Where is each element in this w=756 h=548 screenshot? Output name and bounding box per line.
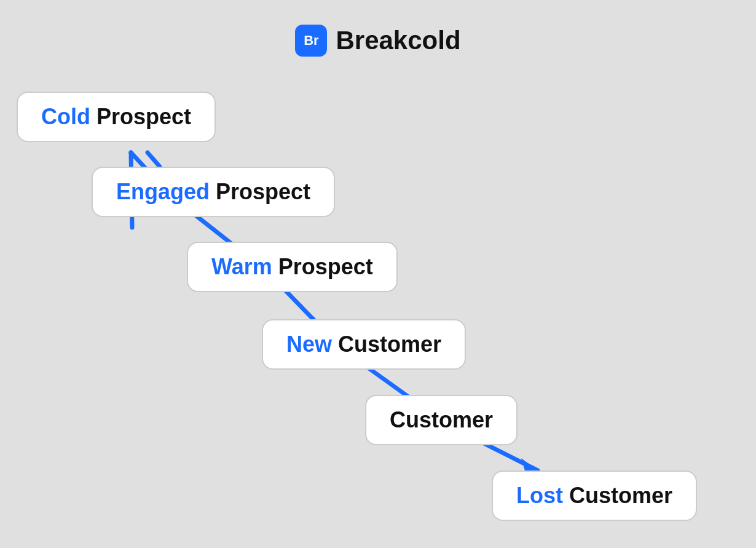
cold-label-blue: Cold xyxy=(41,104,90,129)
lost-label-black: Customer xyxy=(563,483,672,508)
header: Br Breakcold xyxy=(0,0,756,57)
new-customer-box: New Customer xyxy=(262,319,466,370)
svg-line-1 xyxy=(148,153,160,167)
engaged-label-blue: Engaged xyxy=(116,179,210,204)
logo-icon: Br xyxy=(295,25,327,57)
warm-prospect-box: Warm Prospect xyxy=(187,242,398,292)
warm-label-black: Prospect xyxy=(272,254,373,279)
new-label-blue: New xyxy=(286,332,332,357)
customer-label-black: Customer xyxy=(390,407,493,432)
lost-customer-box: Lost Customer xyxy=(492,471,697,521)
new-label-black: Customer xyxy=(332,332,441,357)
engaged-label-black: Prospect xyxy=(210,179,310,204)
cold-prospect-box: Cold Prospect xyxy=(17,92,216,142)
customer-box: Customer xyxy=(365,395,518,445)
cold-label-black: Prospect xyxy=(90,104,191,129)
lost-label-blue: Lost xyxy=(516,483,563,508)
engaged-prospect-box: Engaged Prospect xyxy=(92,167,335,217)
brand-name: Breakcold xyxy=(336,26,460,55)
warm-label-blue: Warm xyxy=(211,254,272,279)
